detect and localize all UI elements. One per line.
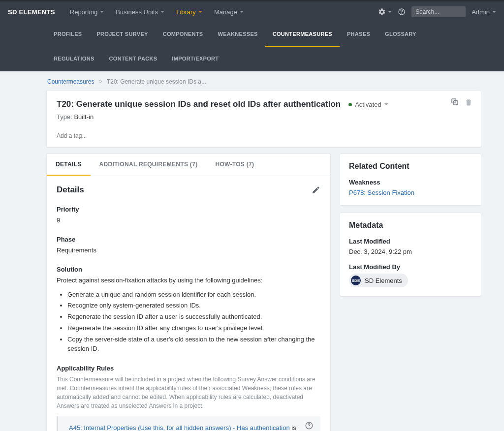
svg-point-1 xyxy=(402,13,402,14)
subnav-item[interactable]: IMPORT/EXPORT xyxy=(164,47,226,71)
page-title: T20: Generate unique session IDs and res… xyxy=(57,99,341,109)
applicability-rules-box: A45: Internal Properties (Use this, for … xyxy=(57,416,320,431)
status-dropdown[interactable]: Activated xyxy=(348,101,388,108)
help-icon[interactable] xyxy=(305,421,314,430)
type-label: Type: xyxy=(57,113,72,121)
list-item: Regenerate the session ID after any chan… xyxy=(67,324,320,333)
phase-label: Phase xyxy=(57,236,320,243)
status-dot-icon xyxy=(348,103,352,106)
weakness-label: Weakness xyxy=(349,179,472,186)
main-nav-item[interactable]: Business Units xyxy=(111,5,169,19)
last-modified-label: Last Modified xyxy=(349,238,472,245)
weakness-link[interactable]: P678: Session Fixation xyxy=(349,189,414,196)
type-value: Built-in xyxy=(74,113,94,121)
subnav-item[interactable]: GLOSSARY xyxy=(378,22,424,47)
user-chip: SDE SD Elements xyxy=(349,274,408,287)
tab[interactable]: HOW-TOS (7) xyxy=(206,154,263,176)
metadata-title: Metadata xyxy=(349,221,472,230)
metadata-card: Metadata Last Modified Dec. 3, 2024, 9:2… xyxy=(340,213,481,297)
list-item: Recognize only system-generated session … xyxy=(67,301,320,310)
solution-label: Solution xyxy=(57,266,320,273)
subnav-item[interactable]: PROJECT SURVEY xyxy=(89,22,155,47)
admin-menu[interactable]: Admin xyxy=(472,8,496,16)
help-button[interactable] xyxy=(398,8,406,16)
main-nav: ReportingBusiness UnitsLibraryManage xyxy=(65,5,249,19)
edit-icon[interactable] xyxy=(312,185,320,194)
priority-value: 9 xyxy=(57,216,320,225)
topbar: SD ELEMENTS ReportingBusiness UnitsLibra… xyxy=(0,0,504,71)
app-logo: SD ELEMENTS xyxy=(8,8,55,16)
tag-input[interactable] xyxy=(57,132,471,139)
svg-point-5 xyxy=(309,427,309,428)
main-nav-item[interactable]: Manage xyxy=(209,5,249,19)
related-title: Related Content xyxy=(349,162,472,171)
list-item: Generate a unique and random session ide… xyxy=(67,290,320,300)
tab[interactable]: ADDITIONAL REQUIREMENTS (7) xyxy=(91,154,207,176)
applicability-rule: A45: Internal Properties (Use this, for … xyxy=(69,421,314,431)
last-modified-by-label: Last Modified By xyxy=(349,263,472,271)
subnav-item[interactable]: CONTENT PACKS xyxy=(102,47,165,71)
tab[interactable]: DETAILS xyxy=(47,154,91,176)
subnav-item[interactable]: WEAKNESSES xyxy=(211,22,265,47)
priority-label: Priority xyxy=(57,206,320,213)
rule-link[interactable]: A45: Internal Properties (Use this, for … xyxy=(69,424,290,431)
subnav-item[interactable]: PHASES xyxy=(340,22,378,47)
last-modified-value: Dec. 3, 2024, 9:22 pm xyxy=(349,248,472,255)
countermeasure-header-card: T20: Generate unique session IDs and res… xyxy=(46,90,481,148)
breadcrumb: Countermeasures > T20: Generate unique s… xyxy=(0,71,504,90)
solution-list: Generate a unique and random session ide… xyxy=(57,290,320,354)
copy-icon[interactable] xyxy=(450,97,459,106)
subnav-item[interactable]: COMPONENTS xyxy=(156,22,211,47)
subnav-item[interactable]: PROFILES xyxy=(46,22,89,47)
details-heading: Details xyxy=(57,185,84,195)
main-nav-item[interactable]: Reporting xyxy=(65,5,109,19)
phase-value: Requirements xyxy=(57,246,320,255)
delete-icon[interactable] xyxy=(464,97,473,106)
avatar: SDE xyxy=(351,276,361,285)
gear-icon xyxy=(378,8,386,16)
subnav-item[interactable]: REGULATIONS xyxy=(46,47,102,71)
applicability-label: Applicability Rules xyxy=(57,365,320,372)
related-content-card: Related Content Weakness P678: Session F… xyxy=(340,154,481,206)
detail-tabs: DETAILSADDITIONAL REQUIREMENTS (7)HOW-TO… xyxy=(47,154,330,176)
breadcrumb-current: T20: Generate unique session IDs a... xyxy=(107,78,206,85)
details-card: DETAILSADDITIONAL REQUIREMENTS (7)HOW-TO… xyxy=(46,154,331,431)
subnav-item[interactable]: COUNTERMEASURES xyxy=(265,22,340,47)
library-subnav: PROFILESPROJECT SURVEYCOMPONENTSWEAKNESS… xyxy=(0,22,504,71)
main-nav-item[interactable]: Library xyxy=(171,5,207,19)
settings-menu[interactable] xyxy=(378,8,392,16)
help-icon xyxy=(398,8,406,16)
applicability-help: This Countermeasure will be included in … xyxy=(57,375,320,410)
list-item: Regenerate the session ID after a user i… xyxy=(67,312,320,322)
solution-intro: Protect against session-fixation attacks… xyxy=(57,276,320,285)
breadcrumb-root[interactable]: Countermeasures xyxy=(47,78,94,85)
list-item: Copy the server-side state of a user's o… xyxy=(67,335,320,354)
search-input[interactable] xyxy=(411,6,466,17)
last-modified-by-value: SD Elements xyxy=(365,277,402,284)
